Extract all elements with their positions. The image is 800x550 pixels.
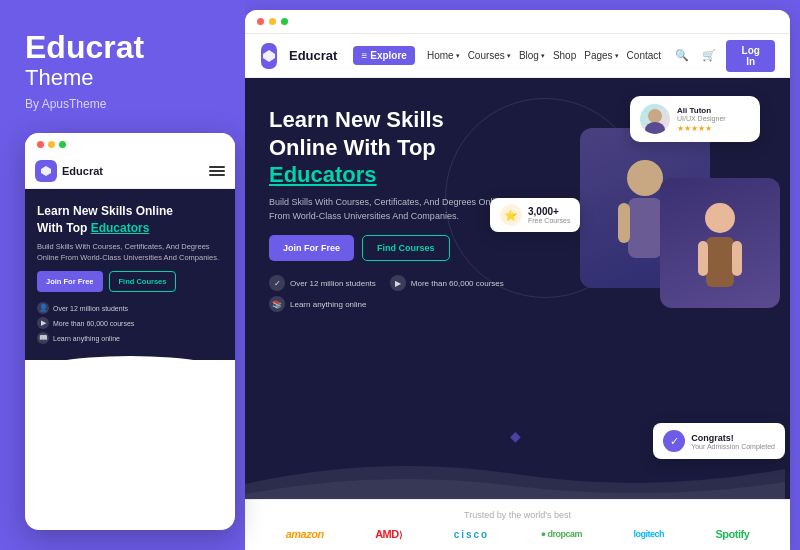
trusted-logos: amazon AMD⟩ cisco ● dropcam logitech Spo… (265, 528, 770, 540)
trusted-section: Trusted by the world's best amazon AMD⟩ … (245, 499, 790, 550)
mobile-stat-courses: ▶ More than 60,000 courses (37, 317, 223, 329)
logo-logitech: logitech (634, 529, 665, 539)
mobile-mockup: Educrat Learn New Skills Online With Top… (25, 133, 235, 530)
logo-amazon: amazon (286, 528, 324, 540)
play-icon: ▶ (37, 317, 49, 329)
brand-by: By ApusTheme (25, 97, 225, 111)
desktop-nav: Educrat ≡ Explore Home ▾ Courses ▾ Blog … (245, 34, 790, 78)
svg-rect-5 (706, 237, 734, 287)
nav-explore[interactable]: ≡ Explore (353, 46, 415, 65)
mobile-stat-learn: 📖 Learn anything online (37, 332, 223, 344)
mobile-stats: 👤 Over 12 million students ▶ More than 6… (37, 302, 223, 352)
card-courses: ⭐ 3,000+ Free Courses (490, 198, 580, 232)
svg-point-0 (627, 160, 663, 196)
hero-image-side (660, 178, 780, 308)
svg-rect-7 (732, 241, 742, 276)
congrats-info: Congrats! Your Admission Completed (691, 433, 775, 450)
hero-educators: Educators (269, 162, 377, 187)
hero-btns: Join For Free Find Courses (269, 235, 509, 261)
hero-stat-learn: 📚 Learn anything online (269, 296, 367, 312)
hero-stat-courses: ▶ More than 60,000 courses (390, 275, 504, 291)
mobile-find-button[interactable]: Find Courses (109, 271, 177, 292)
mobile-hero-title: Learn New Skills Online With Top Educato… (37, 203, 223, 237)
dot-green (59, 141, 66, 148)
hero-stat-students: ✓ Over 12 million students (269, 275, 376, 291)
mobile-join-button[interactable]: Join For Free (37, 271, 103, 292)
nav-icons: 🔍 🛒 Log In (673, 40, 775, 72)
svg-rect-1 (628, 198, 662, 258)
mobile-nav: Educrat (25, 154, 235, 189)
mobile-btns: Join For Free Find Courses (37, 271, 223, 292)
svg-point-8 (648, 109, 662, 123)
cart-icon[interactable]: 🛒 (700, 45, 719, 67)
mobile-logo-icon (35, 160, 57, 182)
nav-shop[interactable]: Shop (553, 50, 576, 61)
mobile-brand-name: Educrat (62, 165, 103, 177)
diamond-decoration: ◆ (510, 428, 521, 444)
ali-info: Ali Tuton UI/UX Designer ★★★★★ (677, 106, 750, 133)
mobile-stat-students: 👤 Over 12 million students (37, 302, 223, 314)
nav-courses[interactable]: Courses ▾ (468, 50, 511, 61)
desktop-hero: Learn New Skills Online With Top Educato… (245, 78, 790, 499)
hero-stats: ✓ Over 12 million students ▶ More than 6… (269, 275, 509, 291)
svg-rect-2 (618, 203, 630, 243)
svg-rect-6 (698, 241, 708, 276)
mobile-hero-desc: Build Skills With Courses, Certificates,… (37, 241, 223, 264)
browser-dot-yellow (269, 18, 276, 25)
ali-avatar (640, 104, 670, 134)
logo-spotify: Spotify (715, 528, 749, 540)
brand-sub: Theme (25, 65, 225, 91)
nav-links: Home ▾ Courses ▾ Blog ▾ Shop Pages ▾ Con… (427, 50, 661, 61)
courses-info: 3,000+ Free Courses (528, 206, 570, 224)
logo-amd: AMD⟩ (375, 528, 402, 540)
nav-brand: Educrat (289, 48, 337, 63)
play-circle-icon: ▶ (390, 275, 406, 291)
mobile-top-bar (25, 133, 235, 154)
card-congrats: ✓ Congrats! Your Admission Completed (653, 423, 785, 459)
students-icon: 👤 (37, 302, 49, 314)
svg-point-4 (705, 203, 735, 233)
hero-title: Learn New Skills Online With Top Educato… (269, 106, 509, 189)
card-ali: Ali Tuton UI/UX Designer ★★★★★ (630, 96, 760, 142)
browser-dot-red (257, 18, 264, 25)
hero-images: Ali Tuton UI/UX Designer ★★★★★ ⭐ 3,000+ … (480, 78, 790, 499)
nav-blog[interactable]: Blog ▾ (519, 50, 545, 61)
mobile-hero-educators: Educators (91, 221, 150, 235)
hero-stats-2: 📚 Learn anything online (269, 296, 509, 312)
learn-icon: 📖 (37, 332, 49, 344)
svg-point-9 (645, 122, 665, 134)
login-button[interactable]: Log In (726, 40, 775, 72)
nav-pages[interactable]: Pages ▾ (584, 50, 618, 61)
hero-find-button[interactable]: Find Courses (362, 235, 450, 261)
hero-join-button[interactable]: Join For Free (269, 235, 354, 261)
search-icon[interactable]: 🔍 (673, 45, 692, 67)
shield-check-icon: ✓ (269, 275, 285, 291)
mobile-hero: Learn New Skills Online With Top Educato… (25, 189, 235, 360)
mobile-logo-area: Educrat (35, 160, 103, 182)
brand-title: Educrat (25, 30, 225, 65)
trusted-title: Trusted by the world's best (265, 510, 770, 520)
hero-desc: Build Skills With Courses, Certificates,… (269, 195, 509, 224)
congrats-check-icon: ✓ (663, 430, 685, 452)
browser-dot-green (281, 18, 288, 25)
dot-yellow (48, 141, 55, 148)
logo-cisco: cisco (454, 529, 490, 540)
hero-content: Learn New Skills Online With Top Educato… (269, 106, 509, 499)
dot-red (37, 141, 44, 148)
logo-dropcam: ● dropcam (541, 529, 582, 539)
nav-contact[interactable]: Contact (627, 50, 661, 61)
courses-star-icon: ⭐ (500, 204, 522, 226)
left-panel: Educrat Theme By ApusTheme Educrat (0, 0, 245, 550)
hamburger-icon[interactable] (209, 166, 225, 176)
browser-bar (245, 10, 790, 34)
nav-home[interactable]: Home ▾ (427, 50, 460, 61)
book-icon: 📚 (269, 296, 285, 312)
nav-logo-icon (261, 43, 277, 69)
right-panel: Educrat ≡ Explore Home ▾ Courses ▾ Blog … (245, 10, 790, 550)
